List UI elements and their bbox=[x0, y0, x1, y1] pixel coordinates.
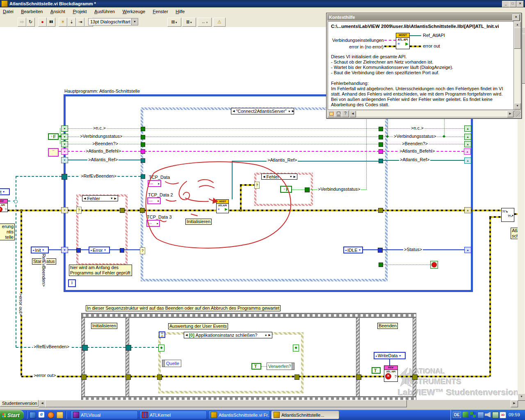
case-prev-icon[interactable]: ◀ bbox=[263, 175, 265, 178]
help-help-button[interactable]: ? bbox=[342, 110, 349, 117]
minimize-button[interactable]: _ bbox=[502, 1, 509, 7]
context-help-close-icon[interactable]: ✕ bbox=[512, 14, 520, 21]
enum-init[interactable]: ◂▸Init▼ bbox=[31, 247, 49, 253]
sequence-structure-top[interactable] bbox=[81, 313, 416, 318]
help-vscroll-thumb[interactable] bbox=[514, 27, 521, 49]
quicklaunch-app-icon[interactable] bbox=[30, 412, 36, 418]
start-button[interactable]: Start bbox=[0, 410, 24, 420]
shift-register-befehl-right[interactable]: ▲ bbox=[464, 148, 471, 155]
case-next-icon[interactable]: ▶ bbox=[294, 175, 296, 178]
cluster-constant-tcp-data-2[interactable]: ▪▪▪▸ bbox=[147, 197, 161, 204]
boolean-true-constant[interactable]: T▫ bbox=[251, 363, 261, 370]
enum-idle[interactable]: ◂▸IDLE▼ bbox=[343, 247, 363, 253]
shift-register-verbindungsstatus-left[interactable]: ▼ bbox=[61, 134, 68, 140]
timeout-terminal-hourglass-icon[interactable]: ⌛ bbox=[159, 331, 165, 338]
merge-errors-node[interactable]: ?!↘ ?!↗ bbox=[501, 208, 514, 222]
quicklaunch-mediaplayer-icon[interactable] bbox=[48, 412, 54, 418]
vscroll-down-icon[interactable]: ▼ bbox=[518, 393, 525, 401]
context-help-window[interactable]: Kontexthilfe ✕ C:\...uments\LabVIEW 2009… bbox=[326, 13, 522, 119]
case-next-icon[interactable]: ▶ bbox=[114, 197, 116, 200]
cleanup-diagram-icon[interactable]: ⚠ bbox=[213, 18, 226, 27]
help-hscroll-right-icon[interactable]: ▶ bbox=[507, 111, 514, 117]
case-selector-fehler-1[interactable]: ◀ Fehler ▼ ▶ bbox=[82, 195, 118, 201]
menu-werkzeuge[interactable]: Werkzeuge bbox=[120, 7, 148, 14]
run-continuous-icon[interactable]: ↻ bbox=[26, 18, 35, 27]
shift-register-beenden-right[interactable]: ▲ bbox=[464, 141, 471, 147]
help-lock-icon[interactable] bbox=[335, 110, 342, 117]
help-resize-grip[interactable] bbox=[514, 110, 520, 117]
case-prev-icon[interactable]: ◀ bbox=[84, 197, 86, 200]
resize-objects-icon[interactable]: ↔▼ bbox=[198, 18, 212, 27]
cluster-constant-tcp-data-3[interactable]: ▪▪▪▸ bbox=[146, 220, 160, 227]
shift-register-befehl-left[interactable]: ▼ bbox=[61, 148, 68, 155]
shift-register-state[interactable]: ▼ bbox=[61, 247, 68, 253]
menu-bearbeiten[interactable]: Bearbeiten bbox=[18, 7, 46, 14]
case-structure-fehler-1[interactable] bbox=[76, 194, 128, 265]
event-selector[interactable]: ◀ [0] Applikationsinstanz schließen? ▼ ▶ bbox=[184, 332, 272, 338]
tray-network-icon[interactable] bbox=[477, 412, 484, 418]
menu-ausfuehren[interactable]: Ausführen bbox=[91, 7, 118, 14]
case-prev-icon[interactable]: ◀ bbox=[233, 110, 235, 113]
vi-icon-fgv-writedata[interactable]: FGV ATL API ✕? bbox=[384, 365, 398, 382]
shift-register-ref-right[interactable]: ▲ bbox=[464, 158, 471, 164]
shift-register-ref-left[interactable]: ▼ bbox=[61, 157, 68, 163]
boolean-false-constant[interactable]: ?F bbox=[48, 133, 59, 140]
vi-icon-fgv-clipped[interactable]: GV L API ✕? bbox=[0, 199, 8, 212]
dynamic-event-terminal-right[interactable]: ◆ bbox=[293, 345, 299, 352]
loop-iteration-terminal[interactable]: i bbox=[68, 279, 76, 287]
tray-display-icon[interactable] bbox=[492, 412, 499, 418]
task-atlantisschnittstelle-block[interactable]: AtlantisSchnittstelle... bbox=[271, 411, 339, 419]
event-filter-node-verwerfen[interactable]: Verwerfen? bbox=[267, 363, 294, 370]
tray-shield-icon[interactable] bbox=[463, 412, 468, 418]
navigation-tab[interactable]: Studentenversion bbox=[0, 400, 39, 406]
quicklaunch-folder-icon[interactable] bbox=[57, 412, 63, 418]
tray-x-icon[interactable] bbox=[470, 412, 476, 418]
event-data-node-quelle[interactable]: Quelle bbox=[162, 360, 181, 367]
task-atlvisual[interactable]: ATLVisual bbox=[71, 411, 138, 419]
case-next-icon[interactable]: ▶ bbox=[292, 110, 294, 113]
case-dropdown-icon[interactable]: ▼ bbox=[288, 110, 291, 113]
case-dropdown-icon[interactable]: ▼ bbox=[290, 175, 292, 178]
maximize-button[interactable]: □ bbox=[509, 1, 516, 7]
dynamic-event-terminal-left[interactable]: ◆ bbox=[158, 345, 164, 352]
run-button-icon[interactable]: ⇨ bbox=[18, 18, 26, 27]
highlight-execution-icon[interactable]: ☀ bbox=[59, 18, 67, 27]
boolean-false-constant-2[interactable]: ?F bbox=[280, 186, 292, 193]
task-atlkernel[interactable]: ATLKernel bbox=[139, 411, 207, 419]
help-vscroll-down-icon[interactable]: ▼ bbox=[514, 103, 521, 110]
case-selector-fehler-2[interactable]: ◀ Fehler ▼ ▶ bbox=[261, 173, 297, 180]
enum-error[interactable]: ◂▸Error▼ bbox=[89, 247, 110, 253]
shift-register-nc-right[interactable]: ▲ bbox=[464, 126, 471, 132]
tray-xear3d-icon[interactable]: 3D bbox=[500, 412, 506, 418]
align-objects-icon[interactable]: ⊞▼ bbox=[167, 18, 181, 27]
font-selector[interactable]: 13pt Dialogschriftart ▼ bbox=[88, 18, 138, 25]
help-hscroll-left-icon[interactable]: ◀ bbox=[349, 111, 356, 117]
shift-register-beenden-left[interactable]: ▼ bbox=[61, 141, 68, 147]
enum-clipped-left[interactable]: it▼ bbox=[0, 188, 10, 195]
boolean-true-constant-2[interactable]: T▫ bbox=[372, 367, 381, 374]
case-dropdown-icon[interactable]: ▼ bbox=[110, 197, 113, 200]
enum-writedata[interactable]: ◂▸WriteData▼ bbox=[374, 352, 406, 359]
case-next-icon[interactable]: ▶ bbox=[269, 333, 271, 337]
title-bar[interactable]: AtlantisSchnittstelle.vi Blockdiagramm *… bbox=[0, 0, 525, 7]
cluster-constant-tcp-data[interactable]: ▪▪▪▸ bbox=[148, 180, 161, 187]
stop-button-terminal[interactable] bbox=[430, 261, 438, 269]
abort-icon[interactable]: ● bbox=[38, 18, 47, 27]
step-over-icon[interactable]: ⇥ bbox=[76, 18, 84, 27]
step-into-icon[interactable]: ⇣ bbox=[67, 18, 76, 27]
shift-register-error-left[interactable]: ▼ bbox=[61, 207, 68, 213]
case-prev-icon[interactable]: ◀ bbox=[185, 333, 187, 337]
case-dropdown-icon[interactable]: ▼ bbox=[265, 334, 267, 337]
string-constant[interactable]: “” bbox=[48, 148, 59, 157]
font-dropdown-icon[interactable]: ▼ bbox=[131, 18, 138, 25]
quicklaunch-ie-icon[interactable]: e bbox=[39, 412, 44, 418]
shift-register-error-right[interactable]: ▲ bbox=[464, 207, 471, 213]
help-diagram-button[interactable] bbox=[328, 110, 335, 117]
menu-ansicht[interactable]: Ansicht bbox=[48, 7, 68, 14]
close-button[interactable]: ✕ bbox=[516, 1, 524, 7]
shift-register-verbindungsstatus-right[interactable]: ▲ bbox=[464, 134, 471, 140]
case-selector-main[interactable]: ◀ "Connect2AtlantisServer" ▼ ▶ bbox=[231, 108, 294, 114]
menu-projekt[interactable]: Projekt bbox=[70, 7, 89, 14]
hscroll-thumb[interactable] bbox=[45, 400, 407, 407]
pause-icon[interactable]: ▮▮ bbox=[47, 18, 55, 27]
